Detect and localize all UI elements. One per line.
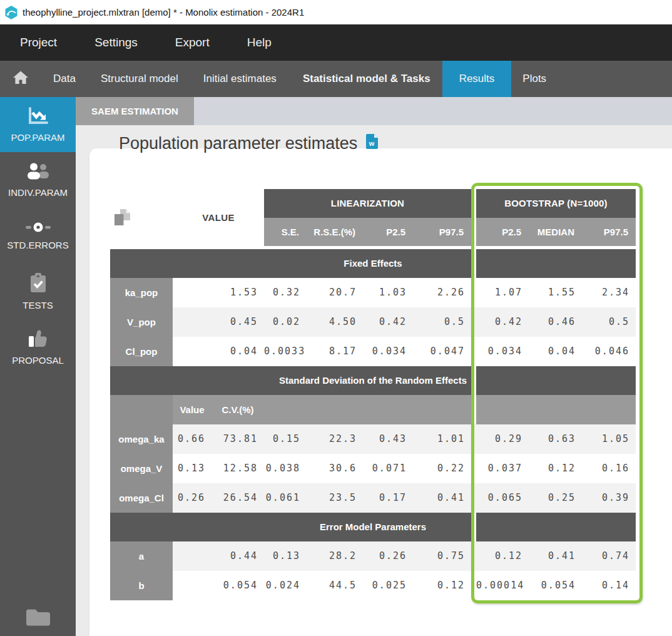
row-gap: [471, 541, 476, 571]
value-cell: 0.45: [173, 307, 264, 337]
p2-5-cell: 1.03: [363, 278, 413, 307]
tab-label: Data: [53, 73, 76, 85]
sidebar-item-proposal[interactable]: PROPOSAL: [0, 319, 76, 375]
tab-structural-model[interactable]: Structural model: [101, 61, 178, 97]
se-cell: 0.061: [264, 483, 307, 513]
header-bootstrap: BOOTSTRAP (N=1000): [476, 189, 636, 218]
sidebar-item-label: TESTS: [23, 300, 53, 310]
param-label: Cl_pop: [110, 337, 173, 366]
boot-median-cell: 0.63: [529, 424, 582, 454]
param-label: b: [110, 571, 173, 600]
p97-5-cell: 0.22: [413, 454, 471, 483]
window-title: theophylline_project.mlxtran [demo] * - …: [23, 7, 304, 18]
value-cell: 0.44: [173, 541, 264, 571]
window-titlebar: theophylline_project.mlxtran [demo] * - …: [0, 0, 672, 24]
subheader-band: [264, 395, 471, 424]
sidebar-item-label: POP.PARAM: [11, 132, 64, 143]
subheader-spacer: [110, 395, 173, 424]
table-row-a: a0.440.1328.20.260.750.120.410.74: [110, 541, 636, 571]
boot-p97-5-cell: 0.16: [582, 454, 636, 483]
row-gap: [471, 483, 476, 513]
value-cell: 0.04: [173, 337, 264, 366]
word-export-icon[interactable]: w: [366, 134, 378, 153]
p2-5-cell: 0.025: [363, 571, 413, 600]
table-body: Fixed Effectska_pop1.530.3220.71.032.261…: [110, 249, 636, 600]
sidebar-item-pop-param[interactable]: POP.PARAM: [0, 97, 76, 152]
menu-export[interactable]: Export: [175, 36, 210, 49]
p97-5-cell: 0.5: [413, 307, 471, 337]
sidebar-item-indiv-param[interactable]: INDIV.PARAM: [0, 152, 76, 208]
thumbs-up-icon: [28, 329, 49, 351]
sidebar-item-label: PROPOSAL: [12, 355, 64, 366]
p97-5-cell: 2.26: [413, 278, 471, 307]
p97-5-cell: 0.41: [413, 483, 471, 513]
subheader-cv: C.V.(%): [211, 395, 264, 424]
sidebar-item-std-errors[interactable]: STD.ERRORS: [0, 208, 76, 264]
param-label: omega_Cl: [110, 483, 173, 513]
tab-label: Initial estimates: [203, 73, 277, 85]
section-title: Standard Deviation of the Random Effects: [110, 366, 636, 395]
tab-label: Plots: [522, 73, 546, 85]
tab-statistical-model-tasks[interactable]: Statistical model & Tasks: [303, 61, 430, 97]
row-gap: [471, 278, 476, 307]
table-row-ka_pop: ka_pop1.530.3220.71.032.261.071.552.34: [110, 278, 636, 307]
value-cell: 0.13: [173, 454, 211, 483]
rse-cell: 23.5: [307, 483, 363, 513]
header-boot-p2-5: P2.5: [476, 218, 529, 246]
row-gap: [471, 454, 476, 483]
rse-cell: 44.5: [307, 571, 363, 600]
param-label: omega_ka: [110, 424, 173, 454]
monolix-app-icon: [4, 5, 19, 20]
p2-5-cell: 0.26: [363, 541, 413, 571]
boot-p2-5-cell: 0.00014: [476, 571, 529, 600]
copy-table-icon[interactable]: [114, 208, 131, 228]
p2-5-cell: 0.071: [363, 454, 413, 483]
menu-settings[interactable]: Settings: [94, 36, 138, 49]
table-row-Cl_pop: Cl_pop0.040.00338.170.0340.0470.0340.040…: [110, 337, 636, 366]
se-cell: 0.0033: [264, 337, 307, 366]
se-cell: 0.024: [264, 571, 307, 600]
p2-5-cell: 0.43: [363, 424, 413, 454]
boot-p2-5-cell: 0.037: [476, 454, 529, 483]
se-cell: 0.15: [264, 424, 307, 454]
section-header-row: Error Model Parameters: [110, 513, 636, 541]
population-parameters-table: LINEARIZATION BOOTSTRAP (N=1000) S.E. R.…: [110, 189, 636, 600]
se-cell: 0.13: [264, 541, 307, 571]
header-gap: [471, 189, 476, 218]
page-title-row: Population parameter estimates w: [119, 134, 378, 153]
menu-project[interactable]: Project: [20, 36, 57, 49]
tab-saem-estimation[interactable]: SAEM ESTIMATION: [76, 97, 194, 125]
boot-median-cell: 0.04: [529, 337, 582, 366]
p97-5-cell: 0.047: [413, 337, 471, 366]
sidebar-item-tests[interactable]: TESTS: [0, 264, 76, 319]
results-sidebar: POP.PARAM INDIV.PARAM STD.ERRORS: [0, 97, 76, 636]
svg-text:w: w: [369, 140, 375, 147]
subtab-label: SAEM ESTIMATION: [91, 106, 178, 116]
header-p2-5: P2.5: [363, 218, 413, 246]
se-cell: 0.32: [264, 278, 307, 307]
tab-data[interactable]: Data: [53, 61, 76, 97]
p2-5-cell: 0.42: [363, 307, 413, 337]
project-folder-button[interactable]: [0, 606, 76, 631]
table-row-b: b0.0540.02444.50.0250.120.000140.0540.14: [110, 571, 636, 600]
rse-cell: 4.50: [307, 307, 363, 337]
header-gap: [471, 218, 476, 246]
menu-help[interactable]: Help: [247, 36, 272, 49]
boot-p97-5-cell: 0.5: [582, 307, 636, 337]
param-label: V_pop: [110, 307, 173, 337]
folder-icon: [24, 606, 53, 631]
tab-plots[interactable]: Plots: [522, 61, 546, 97]
header-boot-median: MEDIAN: [529, 218, 582, 246]
tab-label: Results: [459, 73, 495, 85]
boot-p2-5-cell: 1.07: [476, 278, 529, 307]
tab-initial-estimates[interactable]: Initial estimates: [203, 61, 277, 97]
main-content: Population parameter estimates w LINEARI…: [76, 125, 672, 636]
home-button[interactable]: [13, 61, 29, 97]
tab-results[interactable]: Results: [442, 61, 512, 97]
boot-p97-5-cell: 0.046: [582, 337, 636, 366]
table-row-omega_Cl: omega_Cl0.2626.540.06123.50.170.410.0650…: [110, 483, 636, 513]
boot-median-cell: 0.41: [529, 541, 582, 571]
param-label: omega_V: [110, 454, 173, 483]
rse-cell: 8.17: [307, 337, 363, 366]
boot-p2-5-cell: 0.065: [476, 483, 529, 513]
